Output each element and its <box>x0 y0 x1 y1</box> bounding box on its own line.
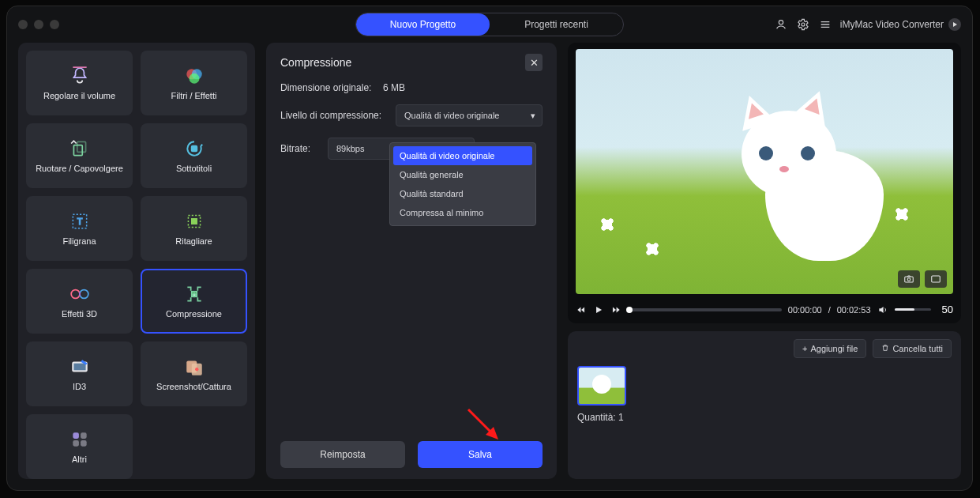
plus-icon: + <box>802 344 807 353</box>
svg-line-30 <box>468 409 495 436</box>
svg-point-16 <box>71 290 80 299</box>
dropdown-option[interactable]: Qualità di video originale <box>393 146 532 165</box>
compression-level-label: Livello di compressione: <box>280 110 388 121</box>
video-preview[interactable] <box>576 49 953 294</box>
skip-back-icon[interactable] <box>576 304 587 315</box>
svg-marker-38 <box>613 307 616 312</box>
quantity-value: 1 <box>618 412 624 423</box>
maximize-window-icon[interactable] <box>50 20 59 29</box>
close-window-icon[interactable] <box>18 20 28 29</box>
file-list-actions: +Aggiungi file Cancella tutti <box>577 339 952 358</box>
tool-id3[interactable]: ID3 <box>26 341 133 406</box>
settings-icon[interactable] <box>796 17 810 32</box>
preview-panel: 00:00:00 / 00:02:53 50 <box>568 43 961 323</box>
close-panel-icon[interactable]: ✕ <box>525 54 543 71</box>
svg-marker-40 <box>879 306 883 312</box>
svg-point-0 <box>779 21 783 25</box>
svg-rect-27 <box>81 432 87 439</box>
tool-label: Filigrana <box>62 236 96 246</box>
tool-subtitles[interactable]: Sottotitoli <box>141 123 247 188</box>
row-compression-level: Livello di compressione: Qualità di vide… <box>280 104 543 126</box>
compress-icon <box>184 284 205 304</box>
main-body: Regolare il volume Filtri / Effetti Ruot… <box>7 43 972 490</box>
capture-icon <box>184 357 205 377</box>
menu-icon[interactable] <box>818 17 832 32</box>
tool-3d[interactable]: Effetti 3D <box>26 269 133 334</box>
volume-slider[interactable] <box>895 308 931 311</box>
tool-label: Screenshot/Cattura <box>156 382 231 391</box>
reset-button[interactable]: Reimposta <box>280 441 405 468</box>
minimize-window-icon[interactable] <box>34 20 43 29</box>
app-window: Nuovo Progetto Progetti recenti iMyMac V… <box>6 6 973 491</box>
tool-label: ID3 <box>73 382 86 391</box>
svg-rect-29 <box>81 440 87 447</box>
tool-rotate[interactable]: Ruotare / Capovolgere <box>26 123 133 188</box>
tool-label: Sottotitoli <box>176 164 212 173</box>
rotate-icon <box>69 138 90 159</box>
file-thumbnail[interactable] <box>577 366 626 406</box>
chevron-down-icon: ▾ <box>531 111 535 121</box>
tool-crop[interactable]: Ritagliare <box>141 196 247 261</box>
trash-icon <box>881 344 889 353</box>
tool-more[interactable]: Altri <box>26 414 133 479</box>
dropdown-option[interactable]: Qualità standard <box>393 184 532 203</box>
add-file-button[interactable]: +Aggiungi file <box>794 339 866 358</box>
svg-rect-11 <box>191 146 197 152</box>
svg-point-25 <box>195 368 198 371</box>
tool-watermark[interactable]: T Filigrana <box>26 196 133 261</box>
dropdown-option[interactable]: Compressa al minimo <box>393 203 532 222</box>
tool-volume[interactable]: Regolare il volume <box>26 51 133 115</box>
time-current: 00:00:00 <box>788 305 822 315</box>
delete-all-button[interactable]: Cancella tutti <box>873 339 952 358</box>
svg-point-8 <box>189 74 199 84</box>
tab-new-project[interactable]: Nuovo Progetto <box>356 13 490 36</box>
3d-icon <box>69 284 90 304</box>
tool-label: Filtri / Effetti <box>171 91 217 100</box>
account-icon[interactable] <box>774 17 788 32</box>
add-file-label: Aggiungi file <box>810 344 858 353</box>
play-title-icon <box>948 18 961 31</box>
volume-icon[interactable] <box>877 304 888 315</box>
dropdown-option[interactable]: Qualità generale <box>393 165 532 184</box>
play-icon[interactable] <box>593 304 604 315</box>
preview-overlay-actions <box>898 270 947 288</box>
tool-capture[interactable]: Screenshot/Cattura <box>141 341 247 406</box>
timeline-slider[interactable] <box>628 308 782 311</box>
center-panel: Compressione ✕ Dimensione originale: 6 M… <box>266 43 557 479</box>
compression-level-select[interactable]: Qualità di video originale ▾ <box>396 104 543 126</box>
preview-image-content <box>742 103 907 277</box>
project-tabs: Nuovo Progetto Progetti recenti <box>355 13 624 36</box>
titlebar: Nuovo Progetto Progetti recenti iMyMac V… <box>7 6 972 43</box>
tool-label: Effetti 3D <box>62 309 97 319</box>
svg-rect-22 <box>73 364 85 371</box>
crop-icon <box>184 211 205 232</box>
svg-point-17 <box>80 290 88 299</box>
svg-rect-15 <box>191 219 197 224</box>
fullscreen-icon[interactable] <box>925 270 947 288</box>
tool-compression[interactable]: Compressione <box>141 269 247 334</box>
svg-marker-31 <box>486 427 498 440</box>
header-actions: iMyMac Video Converter <box>774 17 961 32</box>
tool-label: Ruotare / Capovolgere <box>36 164 123 173</box>
quantity-label: Quantità: <box>577 412 616 423</box>
tab-recent-projects[interactable]: Progetti recenti <box>490 13 623 36</box>
volume-bell-icon <box>69 66 90 86</box>
tools-grid: Regolare il volume Filtri / Effetti Ruot… <box>26 51 247 479</box>
subtitles-icon <box>184 138 205 159</box>
svg-rect-26 <box>73 432 79 439</box>
original-size-value: 6 MB <box>383 82 405 93</box>
panel-title: Compressione <box>280 56 351 69</box>
traffic-lights <box>18 20 59 29</box>
watermark-icon: T <box>69 211 90 232</box>
file-list-panel: +Aggiungi file Cancella tutti Quantità: … <box>568 331 961 479</box>
compression-level-dropdown: Qualità di video originale Qualità gener… <box>389 142 536 226</box>
snapshot-icon[interactable] <box>898 270 920 288</box>
tool-filters[interactable]: Filtri / Effetti <box>141 51 247 115</box>
svg-rect-10 <box>77 141 85 152</box>
svg-text:T: T <box>77 217 82 226</box>
save-button[interactable]: Salva <box>418 441 543 468</box>
skip-forward-icon[interactable] <box>610 304 621 315</box>
bitrate-value: 89kbps <box>336 144 364 153</box>
bitrate-label: Bitrate: <box>280 143 317 154</box>
svg-rect-28 <box>73 440 79 447</box>
